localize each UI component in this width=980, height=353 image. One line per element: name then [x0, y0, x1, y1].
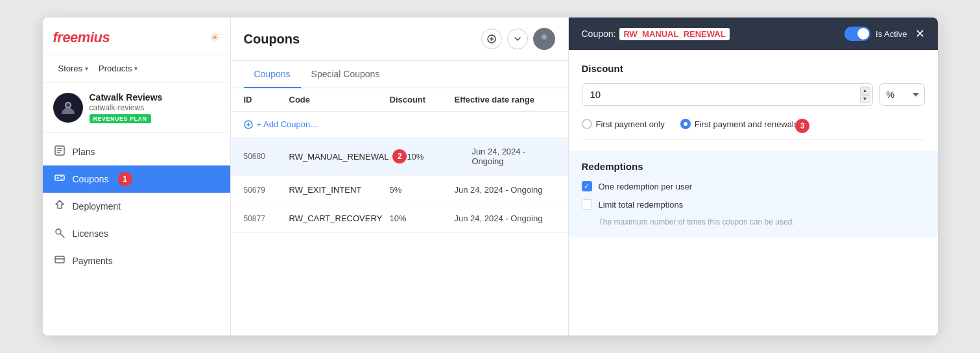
deployment-label: Deployment: [73, 201, 121, 212]
row-discount: 10%: [407, 152, 472, 162]
svg-rect-7: [55, 175, 64, 180]
increment-button[interactable]: ▲: [860, 86, 870, 94]
sidebar-header: freemius ☀: [43, 18, 230, 55]
row-code: RW_MANUAL_RENEWAL 2: [289, 149, 407, 164]
table-row[interactable]: 50679 RW_EXIT_INTENT 5% Jun 24, 2024 - O…: [231, 176, 568, 204]
tab-coupons[interactable]: Coupons: [244, 61, 301, 88]
spinner-buttons: ▲ ▼: [860, 86, 870, 103]
theme-icon[interactable]: ☀: [209, 30, 220, 45]
row-date: Jun 24, 2024 - Ongoing: [455, 213, 555, 223]
radio-first-payment-only[interactable]: First payment only: [582, 119, 665, 129]
discount-input-wrap: ▲ ▼: [582, 83, 873, 106]
top-nav: Stores ▾ Products ▾: [43, 55, 230, 83]
coupons-icon: [53, 172, 66, 186]
sidebar: freemius ☀ Stores ▾ Products ▾: [43, 18, 231, 335]
decrement-button[interactable]: ▼: [860, 95, 870, 103]
discount-row: ▲ ▼ % $: [582, 83, 925, 106]
licenses-label: Licenses: [73, 228, 108, 239]
table-row[interactable]: 50877 RW_CART_RECOVERY 10% Jun 24, 2024 …: [231, 204, 568, 233]
coupons-badge: 1: [118, 172, 132, 186]
svg-point-18: [542, 34, 547, 40]
store-slug: catwalk-reviews: [90, 103, 220, 112]
right-panel: Coupon: RW_MANUAL_RENEWAL Is Active ✕ Di…: [568, 18, 938, 335]
close-panel-button[interactable]: ✕: [915, 28, 925, 40]
tab-special-coupons[interactable]: Special Coupons: [301, 61, 390, 88]
panel-header: Coupon: RW_MANUAL_RENEWAL Is Active ✕: [569, 18, 938, 50]
row-date: Jun 24, 2024 - Ongoing: [455, 185, 555, 195]
radio-first-renewals[interactable]: First payment and renewals 3: [680, 119, 805, 129]
redemptions-section: Redemptions ✓ One redemption per user Li…: [569, 151, 938, 237]
step-badge-3: 3: [795, 119, 809, 133]
panel-title: Coupon: RW_MANUAL_RENEWAL: [582, 28, 730, 40]
one-redemption-label: One redemption per user: [599, 182, 693, 191]
plans-label: Plans: [73, 147, 95, 157]
row-discount: 10%: [390, 213, 455, 223]
user-avatar[interactable]: [533, 28, 555, 50]
panel-body: Discount ▲ ▼ % $ First payment only: [569, 50, 938, 335]
redemptions-title: Redemptions: [582, 161, 925, 172]
logo[interactable]: freemius: [53, 29, 110, 46]
is-active-label: Is Active: [876, 29, 907, 39]
checkmark-icon: ✓: [584, 182, 590, 191]
col-date: Effective date range: [455, 95, 555, 104]
payments-icon: [53, 254, 66, 268]
store-plan-badge: REVENUES PLAN: [90, 114, 151, 123]
row-code: RW_CART_RECOVERY: [289, 213, 390, 223]
add-coupon-button[interactable]: + Add Coupon...: [244, 119, 318, 129]
toggle-switch[interactable]: [844, 27, 870, 41]
dropdown-button[interactable]: [507, 29, 528, 49]
discount-input[interactable]: [582, 83, 873, 106]
store-name: Catwalk Reviews: [90, 92, 220, 103]
sidebar-item-deployment[interactable]: Deployment: [43, 193, 230, 220]
limit-total-checkbox[interactable]: [582, 199, 592, 210]
discount-unit-select[interactable]: % $: [879, 83, 925, 106]
radio-first-renewals-label: First payment and renewals: [695, 119, 798, 129]
table-header: ID Code Discount Effective date range: [231, 88, 568, 112]
sidebar-nav: Plans Coupons 1 Deployment Licenses: [43, 133, 230, 335]
payments-label: Payments: [73, 256, 113, 266]
stores-nav[interactable]: Stores ▾: [53, 61, 94, 76]
limit-total-label: Limit total redemptions: [599, 200, 684, 210]
radio-first-renewals-circle: [680, 119, 691, 129]
row-badge: 2: [392, 149, 407, 164]
header-actions: [481, 28, 555, 50]
row-date: Jun 24, 2024 - Ongoing: [472, 147, 555, 166]
add-coupon-row: + Add Coupon...: [231, 112, 568, 138]
help-text: The maximum number of times this coupon …: [599, 217, 925, 226]
col-code: Code: [289, 95, 390, 104]
svg-point-2: [66, 103, 67, 104]
row-code: RW_EXIT_INTENT: [289, 185, 390, 195]
sidebar-item-licenses[interactable]: Licenses: [43, 220, 230, 247]
limit-total-row[interactable]: Limit total redemptions: [582, 199, 925, 210]
licenses-icon: [53, 226, 66, 241]
is-active-toggle[interactable]: Is Active: [844, 27, 907, 41]
col-id: ID: [244, 95, 289, 104]
products-nav[interactable]: Products ▾: [93, 61, 143, 76]
table-row[interactable]: 50680 RW_MANUAL_RENEWAL 2 10% Jun 24, 20…: [231, 138, 568, 176]
store-info: Catwalk Reviews catwalk-reviews REVENUES…: [90, 92, 220, 123]
add-coupon-icon-button[interactable]: [481, 29, 502, 49]
sidebar-item-plans[interactable]: Plans: [43, 138, 230, 165]
tabs: Coupons Special Coupons: [231, 61, 568, 88]
panel-header-actions: Is Active ✕: [844, 27, 924, 41]
coupon-name-highlight: RW_MANUAL_RENEWAL: [619, 28, 729, 40]
row-discount: 5%: [390, 185, 455, 195]
sidebar-item-payments[interactable]: Payments: [43, 247, 230, 274]
store-avatar-image: [58, 98, 78, 117]
stores-chevron-icon: ▾: [85, 65, 88, 72]
page-title: Coupons: [244, 32, 300, 47]
store-card: Catwalk Reviews catwalk-reviews REVENUES…: [43, 83, 230, 133]
plans-icon: [53, 145, 66, 159]
svg-point-8: [56, 177, 58, 179]
row-id: 50680: [244, 152, 289, 161]
svg-line-12: [60, 234, 64, 237]
radio-first-only-circle: [582, 119, 592, 129]
row-id: 50679: [244, 186, 289, 195]
sidebar-item-coupons[interactable]: Coupons 1: [43, 165, 230, 193]
one-redemption-row[interactable]: ✓ One redemption per user: [582, 181, 925, 191]
one-redemption-checkbox[interactable]: ✓: [582, 181, 592, 191]
coupons-label: Coupons: [73, 174, 109, 184]
products-chevron-icon: ▾: [134, 65, 137, 72]
coupons-table: ID Code Discount Effective date range + …: [231, 88, 568, 335]
logo-text: freemius: [53, 29, 110, 46]
